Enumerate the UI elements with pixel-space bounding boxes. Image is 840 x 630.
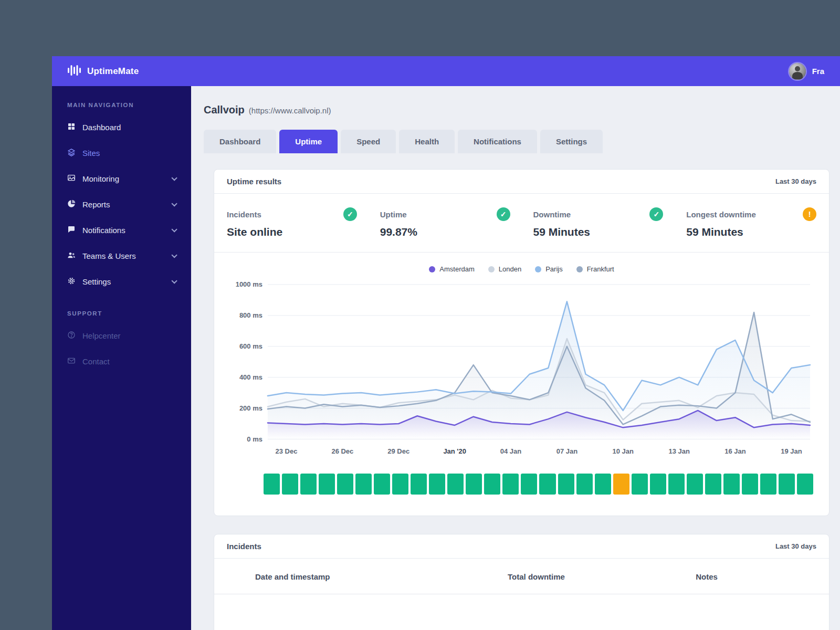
legend-item-parijs[interactable]: Parijs [535,265,563,273]
stat: Uptime 99.87% [380,207,510,238]
sidebar-item-label: Sites [82,149,100,158]
svg-text:0 ms: 0 ms [247,435,262,443]
sidebar-item-contact[interactable]: Contact [52,349,191,374]
availability-block-up[interactable] [539,474,555,495]
tab-uptime[interactable]: Uptime [279,130,338,153]
availability-block-up[interactable] [668,474,685,495]
availability-block-up[interactable] [797,474,813,495]
stat: Incidents Site online [227,207,357,238]
user-menu[interactable]: Fra [789,63,824,80]
site-url: (https://www.callvoip.nl) [249,106,331,115]
availability-block-up[interactable] [687,474,703,495]
sidebar-item-label: Helpcenter [82,331,121,340]
svg-text:07 Jan: 07 Jan [556,447,578,455]
stat-value: 59 Minutes [686,226,816,238]
availability-block-up[interactable] [595,474,611,495]
stat-label: Downtime [533,210,571,219]
sidebar-item-dashboard[interactable]: Dashboard [52,114,191,140]
legend-item-londen[interactable]: Londen [488,265,521,273]
sidebar-item-label: Settings [82,277,111,286]
availability-block-up[interactable] [466,474,482,495]
availability-block-up[interactable] [447,474,464,495]
main-content: Callvoip(https://www.callvoip.nl) Dashbo… [191,86,840,630]
status-icon [343,207,357,221]
sidebar-item-monitoring[interactable]: Monitoring [52,166,191,192]
sidebar-section-support: SUPPORT [52,310,191,317]
sidebar-section-main: MAIN NAVIGATION [52,102,191,108]
svg-text:400 ms: 400 ms [239,373,262,381]
svg-text:23 Dec: 23 Dec [276,447,298,455]
incidents-card: Incidents Last 30 days Date and timestam… [214,534,830,630]
tab-settings[interactable]: Settings [540,130,603,153]
status-icon [497,207,510,221]
availability-block-up[interactable] [779,474,795,495]
stat: Longest downtime 59 Minutes [686,207,816,238]
chart-legend: Amsterdam Londen Parijs Frankfurt [227,265,816,273]
sidebar-item-reports[interactable]: Reports [52,192,191,217]
availability-block-up[interactable] [650,474,666,495]
sidebar-item-label: Dashboard [82,123,121,132]
availability-block-up[interactable] [576,474,593,495]
availability-block-up[interactable] [300,474,317,495]
tab-health[interactable]: Health [399,130,455,153]
tab-notifications[interactable]: Notifications [458,130,537,153]
sidebar-item-teams-users[interactable]: Teams & Users [52,243,191,269]
page-title: Callvoip(https://www.callvoip.nl) [204,104,830,116]
svg-text:29 Dec: 29 Dec [387,447,410,455]
legend-label: Londen [499,265,521,273]
legend-label: Parijs [545,265,563,273]
availability-block-up[interactable] [521,474,537,495]
card-title: Incidents [227,542,261,551]
legend-label: Frankfurt [587,265,614,273]
availability-block-up[interactable] [355,474,372,495]
availability-block-up[interactable] [392,474,408,495]
uptimemate-logo-icon [68,65,81,78]
status-icon [649,207,663,221]
svg-text:800 ms: 800 ms [239,311,262,319]
availability-block-up[interactable] [264,474,280,495]
user-avatar[interactable] [789,63,806,80]
availability-block-up[interactable] [632,474,648,495]
availability-block-up[interactable] [760,474,776,495]
sidebar-item-label: Notifications [82,226,125,235]
stat-value: 99.87% [380,226,510,238]
sidebar: MAIN NAVIGATION Dashboard Sites [52,86,191,630]
sidebar-item-settings[interactable]: Settings [52,269,191,295]
availability-block-up[interactable] [742,474,758,495]
svg-text:19 Jan: 19 Jan [781,447,802,455]
chevron-down-icon [171,252,177,258]
tab-dashboard[interactable]: Dashboard [204,130,276,153]
gear-icon [67,277,76,287]
availability-block-up[interactable] [558,474,574,495]
stat-value: Site online [227,226,357,238]
availability-block-up[interactable] [337,474,353,495]
chevron-down-icon [171,226,177,232]
chevron-down-icon [171,278,177,284]
card-period: Last 30 days [775,177,816,185]
availability-block-up[interactable] [282,474,298,495]
availability-block-up[interactable] [429,474,445,495]
availability-block-up[interactable] [723,474,740,495]
app-window: UptimeMate Fra MAIN NAVIGATION Dashboard [52,56,840,630]
svg-text:200 ms: 200 ms [239,404,262,412]
sidebar-item-helpcenter[interactable]: Helpcenter [52,323,191,349]
legend-item-amsterdam[interactable]: Amsterdam [429,265,474,273]
layers-icon [67,148,76,158]
legend-item-frankfurt[interactable]: Frankfurt [576,265,614,273]
sidebar-item-label: Reports [82,200,110,209]
availability-block-up[interactable] [319,474,335,495]
availability-block-up[interactable] [705,474,721,495]
user-name: Fra [812,67,824,76]
stats-row: Incidents Site online Uptime 99.87% [214,194,829,253]
availability-block-up[interactable] [502,474,519,495]
availability-block-up[interactable] [484,474,500,495]
legend-dot [429,266,435,272]
tab-speed[interactable]: Speed [341,130,396,153]
svg-text:13 Jan: 13 Jan [668,447,689,455]
availability-block-up[interactable] [374,474,390,495]
availability-block-warn[interactable] [613,474,629,495]
status-icon [803,207,816,221]
availability-block-up[interactable] [411,474,427,495]
sidebar-item-notifications[interactable]: Notifications [52,217,191,243]
sidebar-item-sites[interactable]: Sites [52,140,191,166]
